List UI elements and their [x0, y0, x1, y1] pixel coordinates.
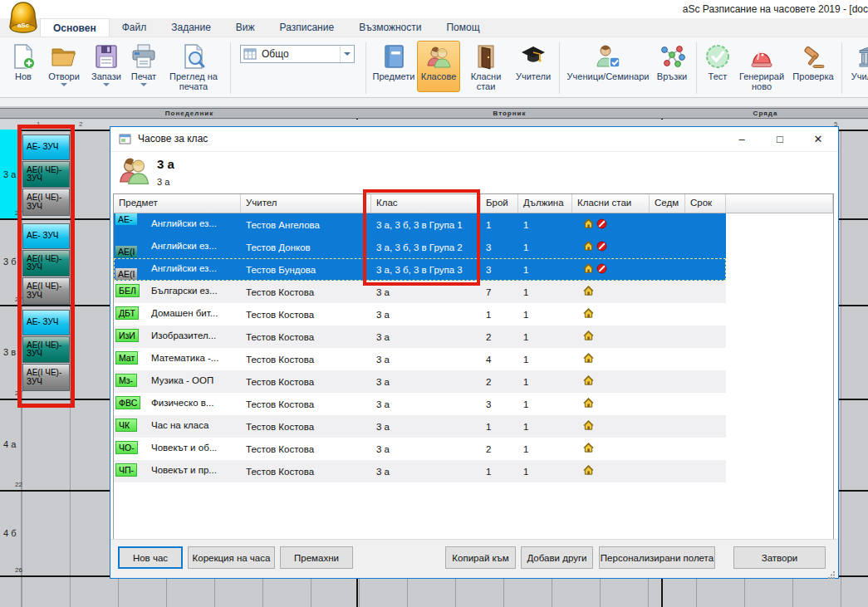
subject-name: Физическо в...: [151, 398, 213, 408]
dialog-button[interactable]: Нов час: [118, 546, 183, 569]
count-cell: 1: [481, 310, 518, 320]
home-icon: [583, 420, 594, 433]
dialog-titlebar[interactable]: Часове за клас –□✕: [110, 127, 838, 152]
column-header-filler: [726, 194, 833, 213]
count-cell: 2: [481, 444, 518, 454]
classrooms-cell: [572, 398, 650, 410]
teacher-cell: Тестов Ангелова: [241, 220, 371, 230]
close-button[interactable]: ✕: [799, 127, 837, 151]
dialog-button[interactable]: Персонализирани полета: [599, 546, 715, 569]
teachers-cap-icon: [520, 43, 547, 70]
length-cell: 1: [518, 422, 572, 432]
subject-badge: БЕЛ: [115, 284, 140, 297]
column-header[interactable]: Предмет: [114, 194, 241, 213]
toolbar-button-label: Преглед на печата: [162, 71, 225, 91]
table-row[interactable]: ДБТДомашен бит...Тестов Костова3 а11: [114, 303, 726, 326]
menu-tab[interactable]: Основен: [40, 18, 110, 37]
column-header[interactable]: Седм: [650, 194, 685, 213]
length-cell: 1: [518, 355, 572, 365]
toolbar-button[interactable]: Запази: [86, 41, 126, 92]
toolbar-button[interactable]: Нов: [5, 41, 42, 92]
dialog-window-icon: [119, 133, 132, 146]
class-row-label[interactable]: 4 а: [0, 399, 22, 490]
menu-tab[interactable]: Задание: [159, 18, 223, 37]
table-row[interactable]: ЧО-Човекът и об...Тестов Костова3 а21: [114, 438, 726, 460]
day-header-label: Вторник: [357, 109, 662, 118]
table-row[interactable]: ИзИИзобразител...Тестов Костова3 а21: [114, 326, 726, 348]
dropdown-arrow-icon[interactable]: [61, 83, 67, 86]
svg-text:aSc: aSc: [17, 22, 30, 29]
count-cell: 2: [481, 332, 518, 342]
count-cell: 1: [481, 467, 518, 477]
view-combobox[interactable]: Общо: [240, 45, 355, 63]
day-header-label: Понеделник: [22, 109, 357, 118]
asc-bell-logo-icon[interactable]: aSc: [6, 1, 41, 37]
column-header[interactable]: Класни стаи: [572, 194, 650, 213]
subject-badge: АЕ(I: [115, 246, 137, 257]
menu-tab[interactable]: Възможности: [346, 18, 434, 37]
dialog-button[interactable]: Премахни: [280, 546, 353, 569]
table-row[interactable]: ЧП-Човекът и пр...Тестов Костова3 а11: [114, 460, 726, 482]
toolbar-button-label: Нов: [15, 71, 32, 81]
toolbar-button[interactable]: Тест: [701, 41, 734, 92]
toolbar-button[interactable]: Класове: [417, 41, 460, 92]
dialog-title: Часове за клас: [138, 133, 208, 144]
table-row[interactable]: ЧКЧас на класаТестов Костова3 а11: [114, 415, 726, 438]
subject-name: Музика - ООП: [151, 375, 213, 385]
teacher-cell: Тестов Бундова: [241, 265, 371, 275]
toolbar-button-label: Предмети: [373, 71, 415, 81]
class-cell: 3 а: [371, 399, 481, 409]
combobox-dropdown-icon[interactable]: [340, 46, 354, 62]
column-header[interactable]: Учител: [241, 194, 371, 213]
menu-tab[interactable]: Файл: [110, 18, 159, 37]
menu-tab[interactable]: Разписание: [267, 18, 347, 37]
table-row[interactable]: МатМатематика -...Тестов Костова3 а41: [114, 348, 726, 370]
dialog-button[interactable]: Затвори: [733, 546, 826, 569]
table-row[interactable]: Мз-Музика - ООПТестов Костова3 а21: [114, 370, 726, 393]
resize-grip[interactable]: [827, 567, 836, 575]
subject-name: Английски ез...: [151, 263, 217, 273]
toolbar-button[interactable]: Предмети: [370, 41, 417, 92]
length-cell: 1: [518, 242, 572, 252]
column-header[interactable]: Срок: [685, 194, 726, 213]
toolbar-button[interactable]: Проверка: [789, 41, 837, 92]
dialog-button[interactable]: Корекция на часа: [188, 546, 275, 569]
toolbar-button[interactable]: Ученици/Семинари: [564, 41, 652, 92]
dropdown-arrow-icon[interactable]: [140, 83, 147, 86]
dialog-button[interactable]: Копирай към: [445, 546, 516, 569]
menu-tab[interactable]: Виж: [223, 18, 267, 37]
maximize-button[interactable]: □: [761, 127, 799, 151]
toolbar-button[interactable]: Връзки: [652, 41, 692, 92]
subjects-book-icon: [380, 43, 407, 70]
toolbar-button[interactable]: Генерирай ново: [734, 41, 789, 92]
subject-name: Български ез...: [151, 286, 218, 296]
open-folder-icon: [51, 43, 77, 70]
table-row[interactable]: ФВСФизическо в...Тестов Костова3 а31: [114, 393, 726, 415]
classrooms-cell: [572, 465, 650, 477]
subject-name: Човекът и об...: [151, 443, 217, 453]
toolbar-button-label: Учители: [516, 71, 551, 81]
toolbar-button[interactable]: Печат: [126, 41, 161, 92]
dropdown-arrow-icon[interactable]: [103, 83, 110, 86]
toolbar-button[interactable]: Училище: [846, 41, 868, 92]
toolbar-button[interactable]: Учители: [512, 41, 555, 92]
menu-tab[interactable]: Помощ: [434, 18, 492, 37]
subject-cell: МатМатематика -...: [114, 348, 241, 370]
forbidden-icon: [596, 218, 607, 231]
dialog-button[interactable]: Добави други: [521, 546, 593, 569]
toolbar-button[interactable]: Класни стаи: [460, 41, 512, 92]
toolbar-button[interactable]: Отвори: [42, 41, 86, 92]
dialog-class-name: 3 а: [157, 157, 174, 171]
column-header[interactable]: Дължина: [518, 194, 572, 213]
minimize-button[interactable]: –: [723, 127, 761, 151]
teacher-cell: Тестов Донков: [241, 242, 371, 252]
class-row-label[interactable]: 4 б: [0, 490, 22, 575]
subject-badge: ФВС: [115, 396, 140, 409]
count-cell: 3: [481, 265, 518, 275]
home-icon: [583, 263, 594, 276]
length-cell: 1: [518, 265, 572, 275]
toolbar-button[interactable]: Преглед на печата: [161, 41, 226, 92]
count-cell: 3: [481, 242, 518, 252]
day-header-label: Сряда: [662, 109, 868, 118]
column-header[interactable]: Брой: [481, 194, 518, 213]
